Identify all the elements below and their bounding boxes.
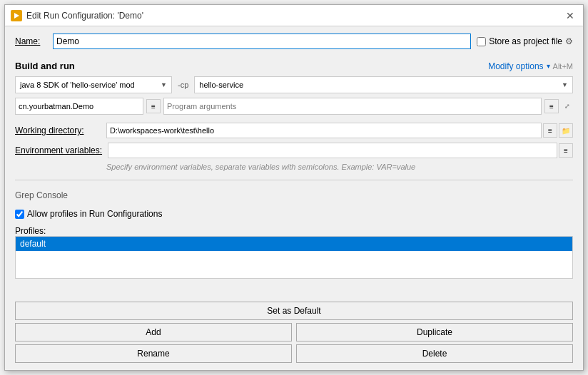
working-directory-input[interactable] bbox=[106, 123, 542, 138]
program-args-input[interactable] bbox=[163, 98, 542, 115]
env-variables-label: Environment variables: bbox=[15, 145, 102, 155]
sdk-row: java 8 SDK of 'hello-service' mod ▼ -cp … bbox=[15, 76, 573, 94]
build-run-section: Build and run Modify options ▾ Alt+M jav… bbox=[15, 61, 573, 115]
profile-item-default[interactable]: default bbox=[16, 237, 572, 251]
grep-console-label: Grep Console bbox=[15, 189, 573, 202]
main-class-input[interactable] bbox=[15, 98, 143, 115]
name-input[interactable] bbox=[53, 34, 471, 49]
working-dir-folder-icon[interactable]: 📁 bbox=[559, 123, 573, 138]
main-class-row: ≡ ≡ ⤢ bbox=[15, 97, 573, 115]
delete-button[interactable]: Delete bbox=[296, 344, 573, 363]
sdk-dropdown[interactable]: java 8 SDK of 'hello-service' mod ▼ bbox=[15, 76, 172, 93]
profiles-list: default bbox=[15, 236, 573, 279]
name-label: Name: bbox=[15, 36, 47, 46]
titlebar-left: Edit Run Configuration: 'Demo' bbox=[11, 10, 143, 21]
modify-options-button[interactable]: Modify options ▾ Alt+M bbox=[488, 61, 573, 71]
duplicate-button[interactable]: Duplicate bbox=[296, 323, 573, 341]
titlebar: Edit Run Configuration: 'Demo' ✕ bbox=[5, 5, 583, 26]
main-content: Name: Store as project file ⚙ Build and … bbox=[5, 26, 583, 297]
sdk-label: java 8 SDK of 'hello-service' mod bbox=[20, 81, 135, 89]
store-label: Store as project file bbox=[489, 36, 562, 46]
module-dropdown[interactable]: hello-service ▼ bbox=[194, 76, 573, 93]
add-duplicate-row: Add Duplicate bbox=[15, 323, 573, 341]
set-default-row: Set as Default bbox=[15, 302, 573, 320]
sdk-dropdown-arrow: ▼ bbox=[161, 81, 167, 88]
name-store-row: Name: Store as project file ⚙ bbox=[15, 34, 573, 49]
set-as-default-button[interactable]: Set as Default bbox=[15, 302, 573, 320]
titlebar-title: Edit Run Configuration: 'Demo' bbox=[26, 11, 143, 21]
allow-profiles-checkbox[interactable] bbox=[15, 210, 24, 219]
module-label: hello-service bbox=[199, 81, 243, 89]
bottom-buttons: Set as Default Add Duplicate Rename Dele… bbox=[5, 297, 583, 370]
args-browse-icon[interactable]: ≡ bbox=[544, 99, 559, 113]
dialog: Edit Run Configuration: 'Demo' ✕ Name: S… bbox=[4, 4, 584, 371]
store-checkbox[interactable] bbox=[477, 37, 486, 46]
modify-options-label: Modify options bbox=[488, 61, 543, 71]
env-hint-text: Specify environment variables, separate … bbox=[106, 163, 573, 171]
section-title: Build and run bbox=[15, 61, 75, 71]
allow-profiles-label: Allow profiles in Run Configurations bbox=[27, 209, 162, 219]
close-button[interactable]: ✕ bbox=[563, 9, 577, 23]
cp-label: -cp bbox=[175, 81, 191, 89]
modify-shortcut: Alt+M bbox=[553, 62, 573, 71]
profiles-label: Profiles: bbox=[15, 226, 573, 236]
expand-icon[interactable]: ⤢ bbox=[562, 101, 573, 112]
working-dir-browse-icon[interactable]: ≡ bbox=[543, 123, 557, 138]
working-directory-row: Working directory: ≡ 📁 bbox=[15, 123, 573, 138]
env-variables-input[interactable] bbox=[108, 143, 557, 158]
store-checkbox-row: Store as project file ⚙ bbox=[477, 36, 573, 46]
gear-icon: ⚙ bbox=[565, 36, 573, 46]
allow-profiles-row: Allow profiles in Run Configurations bbox=[15, 209, 573, 219]
separator bbox=[15, 180, 573, 180]
run-config-icon bbox=[11, 10, 22, 21]
rename-button[interactable]: Rename bbox=[15, 344, 292, 363]
env-variables-row: Environment variables: ≡ bbox=[15, 143, 573, 158]
profiles-section: Profiles: default bbox=[15, 226, 573, 279]
chevron-down-icon: ▾ bbox=[547, 62, 550, 70]
rename-delete-row: Rename Delete bbox=[15, 344, 573, 363]
module-dropdown-arrow: ▼ bbox=[562, 81, 568, 88]
env-variables-icon[interactable]: ≡ bbox=[559, 143, 573, 158]
main-class-browse-icon[interactable]: ≡ bbox=[146, 99, 161, 113]
working-directory-label: Working directory: bbox=[15, 125, 101, 135]
form-section: Working directory: ≡ 📁 Environment varia… bbox=[15, 123, 573, 171]
add-button[interactable]: Add bbox=[15, 323, 292, 341]
section-header: Build and run Modify options ▾ Alt+M bbox=[15, 61, 573, 71]
